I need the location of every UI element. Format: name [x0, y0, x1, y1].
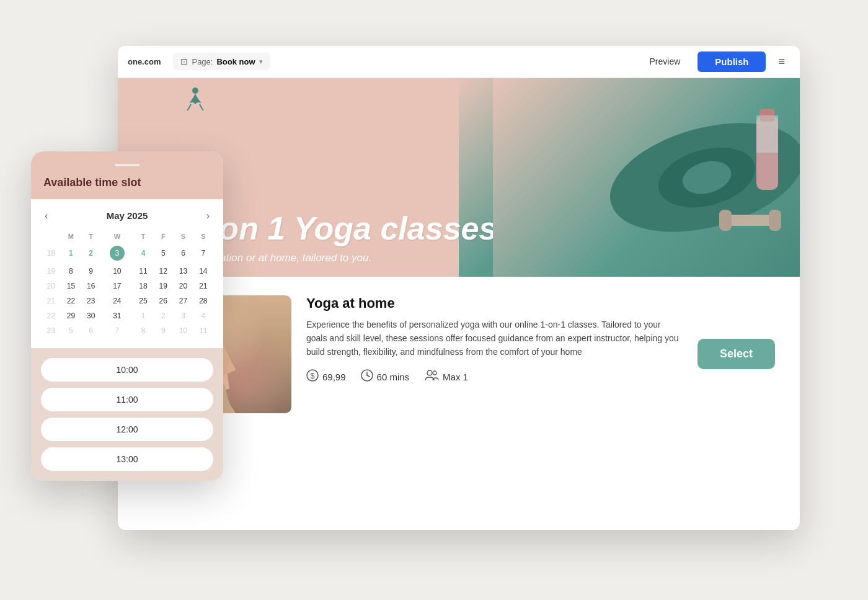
week-num: 20: [41, 279, 61, 293]
cal-date[interactable]: 31: [101, 308, 133, 323]
cal-day-sun: S: [193, 230, 213, 243]
cal-next-button[interactable]: ›: [203, 209, 213, 223]
svg-point-16: [427, 370, 432, 375]
cal-date[interactable]: 11: [133, 264, 153, 279]
cal-date: 7: [101, 323, 133, 338]
time-slot-1200[interactable]: 12:00: [41, 418, 213, 441]
widget-handle: [115, 164, 140, 166]
table-row: 20 15 16 17 18 19 20 21: [41, 279, 213, 293]
cal-date: 10: [173, 323, 193, 338]
cal-day-tue: T: [81, 230, 101, 243]
table-row: 19 8 9 10 11 12 13 14: [41, 264, 213, 279]
site-logo: [180, 84, 211, 115]
cal-date[interactable]: 12: [153, 264, 173, 279]
week-num: 19: [41, 264, 61, 279]
capacity-value: Max 1: [443, 372, 468, 382]
cal-day-thu: T: [133, 230, 153, 243]
cal-date: 11: [193, 323, 213, 338]
cal-date[interactable]: 7: [193, 243, 213, 264]
svg-point-17: [433, 371, 436, 375]
people-icon: [424, 369, 439, 385]
svg-point-0: [192, 87, 198, 94]
class-info: Yoga at home Experience the benefits of …: [306, 295, 683, 385]
page-selector[interactable]: ⊡ Page: Book now ▾: [173, 53, 270, 70]
cal-date[interactable]: 9: [81, 264, 101, 279]
cal-date[interactable]: 14: [193, 264, 213, 279]
table-row: 23 5 6 7 8 9 10 11: [41, 323, 213, 338]
cal-date[interactable]: 15: [61, 279, 81, 293]
hero-text: 1 on 1 Yoga classes on location or at ho…: [192, 211, 497, 264]
cal-date[interactable]: 2: [81, 243, 101, 264]
cal-date[interactable]: 28: [193, 293, 213, 308]
calendar-grid: M T W T F S S 18 1 2 3 4: [41, 230, 213, 338]
duration-value: 60 mins: [377, 372, 410, 382]
table-row: 21 22 23 24 25 26 27 28: [41, 293, 213, 308]
cal-date: 2: [153, 308, 173, 323]
svg-rect-7: [725, 215, 775, 226]
calendar-header: ‹ May 2025 ›: [41, 209, 213, 223]
menu-button[interactable]: ≡: [773, 53, 790, 71]
browser-toolbar: one.com ⊡ Page: Book now ▾ Preview Publi…: [118, 46, 800, 78]
cal-date[interactable]: 10: [101, 264, 133, 279]
cal-day-fri: F: [153, 230, 173, 243]
cal-day-mon: M: [61, 230, 81, 243]
week-num: 22: [41, 308, 61, 323]
cal-date: 3: [173, 308, 193, 323]
svg-rect-9: [769, 210, 781, 231]
page-name: Book now: [216, 57, 255, 66]
select-button[interactable]: Select: [698, 339, 775, 369]
cal-date-today[interactable]: 3: [101, 243, 133, 264]
cal-date[interactable]: 24: [101, 293, 133, 308]
cal-date[interactable]: 22: [61, 293, 81, 308]
week-num: 21: [41, 293, 61, 308]
cal-week-header: [41, 230, 61, 243]
cal-date[interactable]: 23: [81, 293, 101, 308]
time-slot-1300[interactable]: 13:00: [41, 447, 213, 471]
mobile-widget: Available time slot ‹ May 2025 › M T W T…: [31, 151, 223, 481]
cal-date[interactable]: 16: [81, 279, 101, 293]
chevron-down-icon: ▾: [259, 58, 263, 66]
widget-header: Available time slot: [31, 151, 223, 199]
time-slot-1100[interactable]: 11:00: [41, 388, 213, 411]
cal-date[interactable]: 4: [133, 243, 153, 264]
cal-date[interactable]: 25: [133, 293, 153, 308]
scene: one.com ⊡ Page: Book now ▾ Preview Publi…: [31, 27, 837, 573]
time-slots-area: 10:00 11:00 12:00 13:00: [31, 348, 223, 481]
cal-date[interactable]: 30: [81, 308, 101, 323]
class-description: Experience the benefits of personalized …: [306, 318, 683, 359]
cal-date: 8: [133, 323, 153, 338]
price-meta: $ 69,99: [306, 369, 346, 385]
cal-date[interactable]: 26: [153, 293, 173, 308]
hero-title: 1 on 1 Yoga classes: [192, 211, 497, 246]
page-icon: ⊡: [180, 56, 188, 66]
cal-date[interactable]: 6: [173, 243, 193, 264]
class-meta: $ 69,99: [306, 369, 683, 385]
cal-date[interactable]: 13: [173, 264, 193, 279]
preview-button[interactable]: Preview: [640, 51, 691, 71]
cal-date[interactable]: 8: [61, 264, 81, 279]
cal-date[interactable]: 21: [193, 279, 213, 293]
cal-date: 4: [193, 308, 213, 323]
cal-date[interactable]: 29: [61, 308, 81, 323]
cal-date[interactable]: 19: [153, 279, 173, 293]
capacity-meta: Max 1: [424, 369, 468, 385]
time-slot-1000[interactable]: 10:00: [41, 358, 213, 382]
cal-prev-button[interactable]: ‹: [41, 209, 51, 223]
cal-date[interactable]: 20: [173, 279, 193, 293]
week-num: 23: [41, 323, 61, 338]
cal-date[interactable]: 5: [153, 243, 173, 264]
cal-date: 9: [153, 323, 173, 338]
cal-date: 5: [61, 323, 81, 338]
publish-button[interactable]: Publish: [698, 51, 766, 72]
table-row: 22 29 30 31 1 2 3 4: [41, 308, 213, 323]
cal-day-sat: S: [173, 230, 193, 243]
cal-date[interactable]: 27: [173, 293, 193, 308]
class-title: Yoga at home: [306, 295, 683, 311]
widget-title: Available time slot: [43, 176, 211, 189]
svg-rect-8: [719, 210, 732, 231]
cal-date[interactable]: 1: [61, 243, 81, 264]
cal-date[interactable]: 18: [133, 279, 153, 293]
hero-subtitle: on location or at home, tailored to you.: [192, 252, 497, 264]
svg-text:$: $: [311, 372, 315, 380]
cal-date[interactable]: 17: [101, 279, 133, 293]
